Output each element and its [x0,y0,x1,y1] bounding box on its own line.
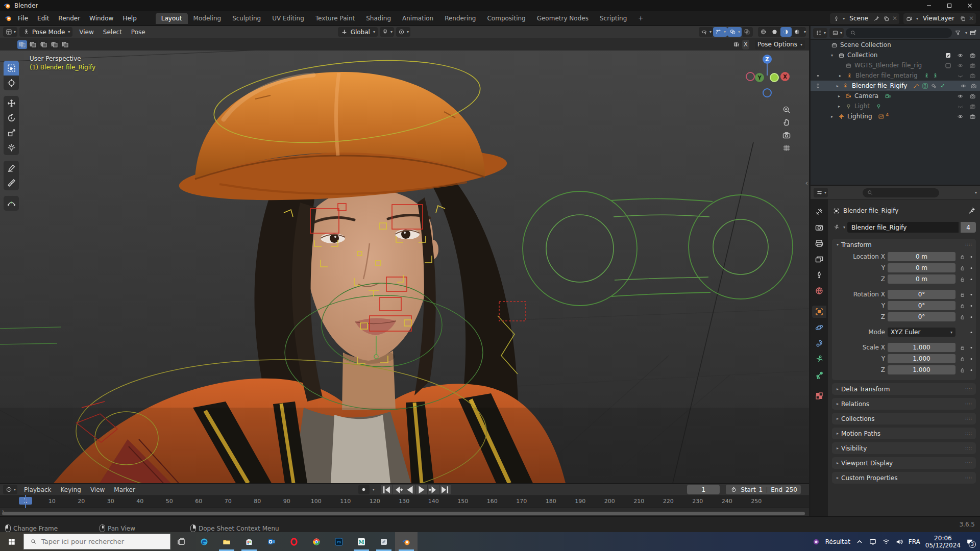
taskbar-task-view[interactable] [170,532,193,551]
tab-texture-paint[interactable]: Texture Paint [310,13,360,24]
play-button[interactable] [416,485,428,494]
timeline-ruler[interactable]: 1102030405060708090100110120130140150160… [0,496,809,508]
ruler-tick[interactable]: 120 [366,498,383,505]
outliner-item-label[interactable]: Camera [854,92,878,99]
transform-panel-header[interactable]: ▾ Transform ∷∷ [832,239,976,251]
ruler-tick[interactable]: 150 [454,498,472,505]
panel-header[interactable]: ▸Viewport Display∷∷ [832,457,976,469]
checkbox-on-icon[interactable] [944,51,952,59]
ruler-tick[interactable]: 50 [161,498,178,505]
notifications-icon[interactable]: 3 [966,538,974,546]
unlink-icon[interactable]: ✕ [969,15,974,22]
ruler-tick[interactable]: 20 [72,498,90,505]
animate-dot-icon[interactable] [969,328,974,336]
camera-icon[interactable] [968,92,976,100]
widget-label[interactable]: Résultat [825,538,850,545]
timeline-menu-keying[interactable]: Keying [56,485,86,495]
gizmo-y-neg-axis[interactable] [770,73,779,82]
copy-icon[interactable] [959,14,967,22]
menu-edit[interactable]: Edit [33,13,54,23]
panel-header[interactable]: ▸Visibility∷∷ [832,442,976,454]
taskbar-paint[interactable] [373,532,395,551]
animate-dot-icon[interactable] [969,290,974,298]
drag-grip-icon[interactable]: ∷∷ [966,431,972,436]
widget-icon[interactable] [812,538,820,546]
outliner-item-label[interactable]: Collection [847,52,877,59]
camera-icon[interactable] [968,71,976,80]
outliner-row-collection[interactable]: ▾Collection [811,50,980,60]
tool-scale[interactable] [4,126,19,140]
menu-render[interactable]: Render [54,13,85,23]
tool-move[interactable] [4,96,19,111]
wifi-icon[interactable] [882,538,890,546]
chevron-up-icon[interactable] [855,538,864,546]
tab-uv-editing[interactable]: UV Editing [266,13,310,24]
tab-animation[interactable]: Animation [397,13,439,24]
taskbar-outlook[interactable] [260,532,283,551]
eye-icon[interactable] [956,61,964,69]
value-field[interactable]: 0 m [888,263,955,272]
properties-type-button[interactable]: ▾ [814,188,828,197]
animate-dot-icon[interactable] [969,253,974,261]
animate-dot-icon[interactable] [969,313,974,321]
drag-grip-icon[interactable]: ∷∷ [966,387,972,392]
tab-scripting[interactable]: Scripting [594,13,632,24]
animate-dot-icon[interactable] [969,264,974,272]
unlink-icon[interactable]: ✕ [892,15,897,22]
value-field[interactable]: 0 m [888,274,955,284]
tool-measure[interactable] [4,176,19,190]
disclosure-down-icon[interactable]: ▾ [831,53,836,58]
xray-icon-button[interactable] [742,27,753,37]
tool-cursor[interactable] [4,76,19,90]
display-mode-button[interactable]: ▾ [829,28,844,38]
mirror-butterfly-icon[interactable] [732,40,741,48]
ruler-tick[interactable]: 170 [513,498,530,505]
taskbar-maya[interactable]: M [350,532,373,551]
eye-icon[interactable] [956,112,964,120]
select-mode-new[interactable] [28,40,38,49]
ruler-tick[interactable]: 190 [572,498,589,505]
tab-tool[interactable] [812,206,826,218]
outliner-item-label[interactable]: Light [854,103,870,110]
panel-header[interactable]: ▸Motion Paths∷∷ [832,428,976,439]
panel-header[interactable]: ▸Collections∷∷ [832,413,976,424]
shading-solid-button[interactable] [769,27,780,37]
viewport-menu-select[interactable]: Select [99,27,127,37]
tab-render[interactable] [812,221,826,234]
ruler-tick[interactable]: 30 [102,498,119,505]
taskbar-opera[interactable] [283,532,305,551]
tab-texture[interactable] [812,390,826,402]
eye-icon[interactable] [956,51,964,59]
animate-dot-icon[interactable] [969,302,974,310]
taskbar-search[interactable] [23,534,170,549]
ruler-tick[interactable]: 110 [337,498,354,505]
ruler-tick[interactable]: 80 [249,498,266,505]
tab-compositing[interactable]: Compositing [481,13,531,24]
shading-rendered-button[interactable] [792,27,803,37]
outliner-row-scene-collection[interactable]: Scene Collection [811,40,980,50]
breadcrumb-object[interactable]: Blender file_Rigify [843,207,898,214]
outliner-type-button[interactable]: ▾ [813,28,827,38]
gizmo-z-axis[interactable]: Z [763,55,772,64]
navigation-gizmo[interactable]: Z Y X [743,55,792,104]
tool-select-box[interactable] [4,61,19,76]
value-field[interactable]: 0° [888,301,955,310]
properties-search[interactable] [863,188,939,197]
outliner-row-camera[interactable]: ▸Camera [811,91,980,101]
zoom-icon[interactable] [782,106,791,114]
pose-options-dropdown[interactable]: Pose Options▾ [755,40,805,49]
value-field[interactable]: 1.000 [888,354,955,363]
start-button[interactable] [0,532,23,551]
drag-grip-icon[interactable]: ∷∷ [966,416,972,421]
eye-icon[interactable] [956,92,964,100]
auto-keying-button[interactable] [358,485,370,494]
mirror-x-button[interactable]: X [742,40,749,49]
toggle-grid-icon[interactable] [782,144,791,152]
timeline-menu-playback[interactable]: Playback [19,485,56,495]
shading-wireframe-button[interactable] [758,27,769,37]
disclosure-right-icon[interactable]: ▸ [837,84,841,88]
tab-add[interactable]: + [632,13,649,24]
outliner-item-label[interactable]: Lighting [847,113,872,120]
lock-open-icon[interactable] [958,275,966,283]
out liner-search[interactable] [846,28,952,38]
